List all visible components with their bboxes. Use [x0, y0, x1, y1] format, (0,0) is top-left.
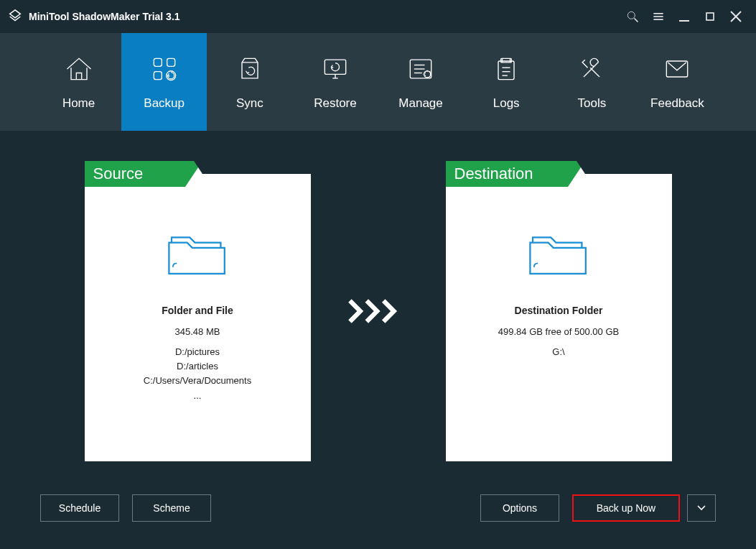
nav-sync[interactable]: Sync [207, 33, 292, 131]
manage-icon [405, 53, 437, 85]
nav-backup[interactable]: Backup [121, 33, 207, 131]
nav-tools[interactable]: Tools [549, 33, 635, 131]
titlebar: MiniTool ShadowMaker Trial 3.1 [0, 0, 756, 33]
search-button[interactable] [620, 4, 645, 29]
nav-label: Backup [144, 96, 185, 111]
menu-button[interactable] [645, 4, 671, 29]
nav-label: Feedback [650, 96, 704, 111]
close-icon [727, 8, 745, 25]
nav-manage[interactable]: Manage [378, 33, 464, 131]
svg-line-1 [635, 19, 638, 22]
nav-logs[interactable]: Logs [464, 33, 549, 131]
destination-drive: G:\ [446, 345, 672, 359]
logs-icon [490, 53, 522, 85]
source-path: D:/articles [85, 359, 311, 374]
transfer-arrows-icon [347, 298, 410, 324]
destination-free: 499.84 GB free of 500.00 GB [446, 325, 672, 339]
options-label: Options [503, 502, 537, 514]
main-nav: Home Backup Sync Restore Manage Logs Too… [0, 33, 756, 131]
close-button[interactable] [723, 4, 749, 29]
svg-point-0 [627, 11, 635, 19]
search-icon [625, 9, 640, 24]
destination-title: Destination Folder [446, 305, 672, 316]
svg-rect-6 [706, 13, 714, 20]
svg-rect-10 [167, 58, 174, 66]
backup-now-button[interactable]: Back up Now [572, 494, 680, 522]
restore-icon [319, 53, 351, 85]
nav-home[interactable]: Home [36, 33, 121, 131]
destination-card[interactable]: Destination Destination Folder 499.84 GB… [446, 161, 672, 461]
main-panel: Source Folder and File 345.48 MB D:/pict… [0, 131, 756, 549]
maximize-button[interactable] [697, 4, 723, 29]
source-path: ... [85, 389, 311, 403]
tools-icon [576, 53, 607, 85]
app-logo-icon [7, 9, 23, 24]
source-path: D:/pictures [85, 345, 311, 359]
feedback-icon [661, 53, 693, 85]
svg-rect-21 [498, 61, 514, 80]
svg-rect-9 [154, 58, 162, 66]
minimize-icon [676, 8, 693, 25]
minimize-button[interactable] [671, 4, 697, 29]
backup-icon [149, 53, 180, 85]
nav-label: Tools [577, 96, 606, 111]
menu-icon [651, 9, 666, 24]
destination-header: Destination [446, 161, 568, 187]
schedule-button[interactable]: Schedule [40, 494, 119, 522]
svg-rect-13 [325, 60, 345, 74]
folder-icon [165, 227, 230, 279]
maximize-icon [703, 9, 717, 24]
source-header: Source [85, 161, 185, 187]
scheme-label: Scheme [153, 502, 190, 514]
chevron-down-icon [697, 505, 706, 511]
source-path: C:/Users/Vera/Documents [85, 374, 311, 388]
source-title: Folder and File [85, 305, 311, 316]
folder-icon [526, 227, 591, 279]
sync-icon [234, 53, 266, 85]
options-button[interactable]: Options [480, 494, 559, 522]
nav-restore[interactable]: Restore [292, 33, 378, 131]
source-size: 345.48 MB [85, 325, 311, 339]
nav-label: Manage [398, 96, 442, 111]
nav-label: Home [62, 96, 95, 111]
home-icon [63, 53, 95, 85]
backup-now-label: Back up Now [597, 502, 655, 514]
source-card[interactable]: Source Folder and File 345.48 MB D:/pict… [85, 161, 311, 461]
svg-rect-11 [154, 72, 162, 80]
nav-label: Sync [236, 96, 263, 111]
app-title: MiniTool ShadowMaker Trial 3.1 [29, 11, 180, 22]
bottom-toolbar: Schedule Scheme Options Back up Now [40, 494, 716, 522]
backup-now-dropdown[interactable] [687, 494, 716, 522]
schedule-label: Schedule [59, 502, 101, 514]
nav-label: Logs [493, 96, 520, 111]
scheme-button[interactable]: Scheme [132, 494, 211, 522]
nav-feedback[interactable]: Feedback [635, 33, 720, 131]
nav-label: Restore [314, 96, 357, 111]
